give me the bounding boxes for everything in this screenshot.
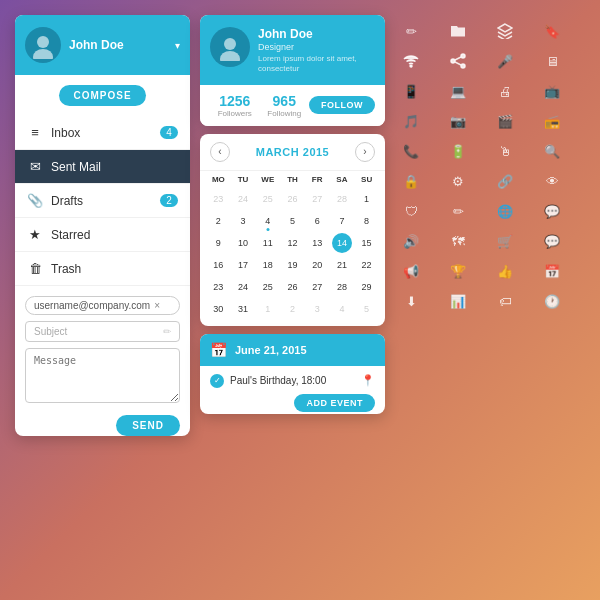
eye-icon[interactable]: 👁	[541, 170, 563, 192]
chart-icon[interactable]: 📊	[447, 290, 469, 312]
thumbsup-icon[interactable]: 👍	[494, 260, 516, 282]
cal-day[interactable]: 5	[357, 299, 377, 319]
cal-day[interactable]: 29	[357, 277, 377, 297]
cal-day[interactable]: 3	[233, 211, 253, 231]
add-event-button[interactable]: ADD EVENT	[294, 394, 375, 412]
monitor-icon[interactable]: 🖥	[541, 50, 563, 72]
remove-email-button[interactable]: ×	[154, 300, 160, 311]
cal-day[interactable]: 22	[357, 255, 377, 275]
edit-icon[interactable]: ✏	[447, 200, 469, 222]
globe-icon[interactable]: 🌐	[494, 200, 516, 222]
sidebar-item-starred[interactable]: ★ Starred	[15, 218, 190, 252]
cal-day[interactable]: 5	[282, 211, 302, 231]
cal-day[interactable]: 7	[332, 211, 352, 231]
cal-day[interactable]: 24	[233, 277, 253, 297]
music-icon[interactable]: 🎵	[400, 110, 422, 132]
compose-form: username@company.com × Subject ✏ SEND	[15, 286, 190, 425]
compose-button[interactable]: COMPOSE	[59, 85, 145, 106]
cart-icon[interactable]: 🛒	[494, 230, 516, 252]
search-icon[interactable]: 🔍	[541, 140, 563, 162]
mouse-icon[interactable]: 🖱	[494, 140, 516, 162]
shield-icon[interactable]: 🛡	[400, 200, 422, 222]
sidebar-item-inbox[interactable]: ≡ Inbox 4	[15, 116, 190, 150]
camera-icon[interactable]: 📷	[447, 110, 469, 132]
cal-day[interactable]: 4	[258, 211, 278, 231]
cal-day[interactable]: 26	[282, 277, 302, 297]
share-icon[interactable]	[447, 50, 469, 72]
cal-day[interactable]: 19	[282, 255, 302, 275]
trophy-icon[interactable]: 🏆	[447, 260, 469, 282]
megaphone-icon[interactable]: 📢	[400, 260, 422, 282]
event-card: 📅 June 21, 2015 ✓ Paul's Birthday, 18:00…	[200, 334, 385, 414]
cal-day[interactable]: 18	[258, 255, 278, 275]
cal-day[interactable]: 2	[282, 299, 302, 319]
subject-field[interactable]: Subject ✏	[25, 321, 180, 342]
laptop-icon[interactable]: 💻	[447, 80, 469, 102]
sidebar-item-sent[interactable]: ✉ Sent Mail	[15, 150, 190, 184]
cal-day[interactable]: 23	[208, 189, 228, 209]
clock-icon[interactable]: 🕐	[541, 290, 563, 312]
cal-day[interactable]: 26	[282, 189, 302, 209]
battery-icon[interactable]: 🔋	[447, 140, 469, 162]
cal-day[interactable]: 9	[208, 233, 228, 253]
message-icon[interactable]: 💬	[541, 230, 563, 252]
cal-day[interactable]: 6	[307, 211, 327, 231]
svg-point-0	[37, 36, 49, 48]
cal-day[interactable]: 4	[332, 299, 352, 319]
calendar-next-button[interactable]: ›	[355, 142, 375, 162]
cal-day[interactable]: 10	[233, 233, 253, 253]
tag-icon[interactable]: 🏷	[494, 290, 516, 312]
lock-icon[interactable]: 🔒	[400, 170, 422, 192]
message-field[interactable]	[25, 348, 180, 403]
cal-day[interactable]: 12	[282, 233, 302, 253]
send-button[interactable]: SEND	[116, 415, 180, 436]
bookmark-icon[interactable]: 🔖	[541, 20, 563, 42]
pencil-icon[interactable]: ✏	[400, 20, 422, 42]
cal-day[interactable]: 17	[233, 255, 253, 275]
cal-day[interactable]: 25	[258, 277, 278, 297]
cal-day[interactable]: 8	[357, 211, 377, 231]
download-icon[interactable]: ⬇	[400, 290, 422, 312]
chevron-down-icon[interactable]: ▾	[175, 40, 180, 51]
settings-icon[interactable]: ⚙	[447, 170, 469, 192]
cal-day[interactable]: 15	[357, 233, 377, 253]
wifi-icon[interactable]	[400, 50, 422, 72]
radio-icon[interactable]: 📻	[541, 110, 563, 132]
chat-icon[interactable]: 💬	[541, 200, 563, 222]
volume-icon[interactable]: 🔊	[400, 230, 422, 252]
sidebar-item-drafts[interactable]: 📎 Drafts 2	[15, 184, 190, 218]
sidebar-item-trash[interactable]: 🗑 Trash	[15, 252, 190, 286]
cal-day[interactable]: 28	[332, 277, 352, 297]
cal-day[interactable]: 13	[307, 233, 327, 253]
folder-icon[interactable]	[447, 20, 469, 42]
cal-day[interactable]: 28	[332, 189, 352, 209]
cal-day[interactable]: 1	[258, 299, 278, 319]
cal-day[interactable]: 27	[307, 189, 327, 209]
cal-day[interactable]: 1	[357, 189, 377, 209]
follow-button[interactable]: FOLLOW	[309, 96, 375, 114]
cal-day[interactable]: 24	[233, 189, 253, 209]
tv-icon[interactable]: 📺	[541, 80, 563, 102]
cal-day[interactable]: 20	[307, 255, 327, 275]
cal-day[interactable]: 3	[307, 299, 327, 319]
tablet-icon[interactable]: 📱	[400, 80, 422, 102]
printer-icon[interactable]: 🖨	[494, 80, 516, 102]
cal-day[interactable]: 21	[332, 255, 352, 275]
cal-day[interactable]: 25	[258, 189, 278, 209]
layers-icon[interactable]	[494, 20, 516, 42]
cal-day[interactable]: 27	[307, 277, 327, 297]
cal-day[interactable]: 2	[208, 211, 228, 231]
video-icon[interactable]: 🎬	[494, 110, 516, 132]
cal-day[interactable]: 16	[208, 255, 228, 275]
calendar-small-icon[interactable]: 📅	[541, 260, 563, 282]
link-icon[interactable]: 🔗	[494, 170, 516, 192]
mic-icon[interactable]: 🎤	[494, 50, 516, 72]
cal-day[interactable]: 11	[258, 233, 278, 253]
calendar-prev-button[interactable]: ‹	[210, 142, 230, 162]
cal-day-today[interactable]: 14	[332, 233, 352, 253]
cal-day[interactable]: 23	[208, 277, 228, 297]
map-icon[interactable]: 🗺	[447, 230, 469, 252]
cal-day[interactable]: 30	[208, 299, 228, 319]
cal-day[interactable]: 31	[233, 299, 253, 319]
phone-icon[interactable]: 📞	[400, 140, 422, 162]
